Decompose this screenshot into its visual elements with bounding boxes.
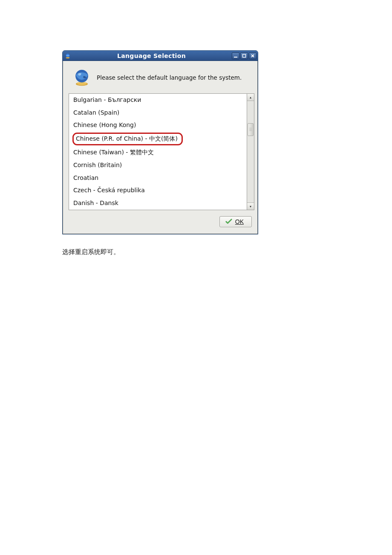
highlight-annotation: Chinese (P.R. of China) - 中文(简体) [72,133,183,146]
list-item[interactable]: Cornish (Britain) [69,159,247,172]
list-item[interactable]: D (D ) [69,209,247,210]
list-item[interactable]: Danish - Dansk [69,197,247,210]
globe-icon [73,69,91,87]
apply-icon [225,218,233,225]
svg-point-7 [78,73,81,75]
close-button[interactable] [249,52,257,59]
maximize-button[interactable] [240,52,248,59]
footer: OK [63,211,258,234]
list-item[interactable]: Chinese (Taiwan) - 繁體中文 [69,146,247,159]
window-title: Language Selection [71,52,232,59]
list-item[interactable]: Chinese (Hong Kong) [69,119,247,132]
ok-button-label: OK [235,218,244,225]
list-item[interactable]: Czech - Česká republika [69,184,247,197]
list-item[interactable]: Croatian [69,172,247,185]
svg-point-1 [66,57,70,58]
prompt-text: Please select the default language for t… [97,74,242,81]
minimize-button[interactable] [232,52,239,59]
window-controls [232,52,257,59]
scrollbar[interactable]: ▴ ▾ [247,93,254,210]
header: Please select the default language for t… [63,61,258,93]
language-listbox[interactable]: Bulgarian - Български Catalan (Spain) Ch… [69,93,247,210]
app-icon [64,52,71,59]
language-selection-window: Language Selection [62,50,258,234]
scroll-up-button[interactable]: ▴ [247,94,254,101]
scroll-track[interactable] [247,101,254,202]
titlebar[interactable]: Language Selection [63,51,258,61]
list-item-highlighted[interactable]: Chinese (P.R. of China) - 中文(简体) [69,132,247,147]
scroll-thumb[interactable] [248,123,254,136]
svg-point-5 [77,82,87,85]
list-item[interactable]: Catalan (Spain) [69,107,247,119]
scroll-down-button[interactable]: ▾ [247,202,254,210]
svg-rect-3 [243,54,246,57]
caption-text: 选择重启系统即可。 [62,248,392,256]
language-list-container: Bulgarian - Български Catalan (Spain) Ch… [63,93,258,211]
svg-rect-2 [234,57,237,58]
list-item[interactable]: Bulgarian - Български [69,94,247,107]
ok-button[interactable]: OK [219,216,252,227]
